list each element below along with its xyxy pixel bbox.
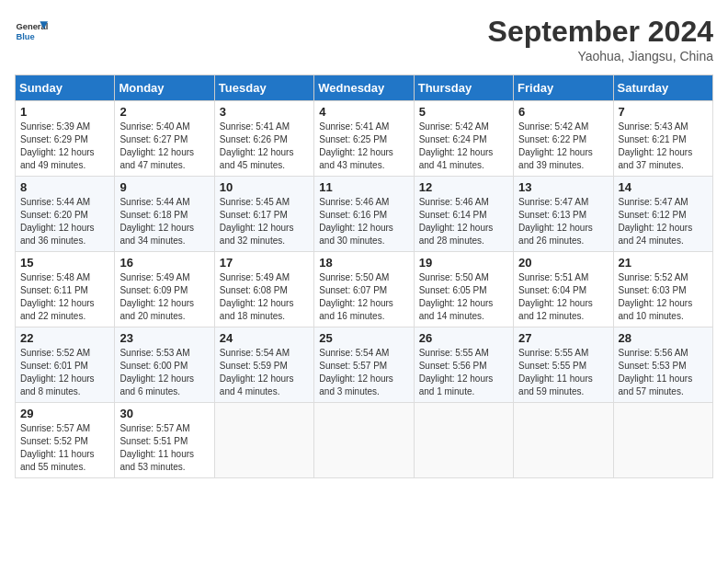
calendar-cell: 28Sunrise: 5:56 AMSunset: 5:53 PMDayligh…	[613, 327, 712, 403]
calendar-cell: 6Sunrise: 5:42 AMSunset: 6:22 PMDaylight…	[514, 101, 613, 177]
calendar-cell: 4Sunrise: 5:41 AMSunset: 6:25 PMDaylight…	[314, 101, 414, 177]
calendar-cell	[214, 403, 313, 478]
day-info: Sunrise: 5:49 AMSunset: 6:09 PMDaylight:…	[119, 271, 209, 323]
calendar-cell: 30Sunrise: 5:57 AMSunset: 5:51 PMDayligh…	[115, 403, 214, 478]
day-info: Sunrise: 5:42 AMSunset: 6:22 PMDaylight:…	[518, 121, 608, 172]
day-number: 23	[119, 331, 209, 345]
day-number: 22	[20, 331, 109, 345]
day-number: 26	[419, 331, 508, 345]
day-number: 19	[419, 256, 508, 270]
day-number: 4	[319, 105, 408, 119]
day-info: Sunrise: 5:57 AMSunset: 5:51 PMDaylight:…	[119, 422, 209, 474]
svg-text:Blue: Blue	[16, 32, 34, 41]
day-number: 18	[319, 256, 408, 270]
col-friday: Friday	[514, 75, 613, 101]
day-info: Sunrise: 5:45 AMSunset: 6:17 PMDaylight:…	[220, 196, 309, 247]
day-number: 15	[20, 256, 109, 270]
calendar-cell: 2Sunrise: 5:40 AMSunset: 6:27 PMDaylight…	[115, 101, 214, 177]
day-info: Sunrise: 5:46 AMSunset: 6:14 PMDaylight:…	[419, 196, 508, 247]
day-number: 21	[619, 256, 708, 270]
calendar-cell: 23Sunrise: 5:53 AMSunset: 6:00 PMDayligh…	[115, 327, 214, 403]
day-info: Sunrise: 5:44 AMSunset: 6:18 PMDaylight:…	[119, 196, 209, 247]
day-number: 12	[419, 180, 508, 194]
col-tuesday: Tuesday	[214, 75, 313, 101]
day-number: 29	[20, 407, 109, 420]
day-number: 1	[20, 105, 109, 119]
calendar-table: Sunday Monday Tuesday Wednesday Thursday…	[15, 75, 713, 478]
col-saturday: Saturday	[613, 75, 712, 101]
calendar-cell: 20Sunrise: 5:51 AMSunset: 6:04 PMDayligh…	[514, 252, 613, 327]
day-number: 5	[419, 105, 508, 119]
calendar-cell: 3Sunrise: 5:41 AMSunset: 6:26 PMDaylight…	[214, 101, 313, 177]
calendar-cell: 8Sunrise: 5:44 AMSunset: 6:20 PMDaylight…	[16, 177, 115, 252]
day-number: 10	[220, 180, 309, 194]
calendar-cell: 21Sunrise: 5:52 AMSunset: 6:03 PMDayligh…	[613, 252, 712, 327]
calendar-header-row: Sunday Monday Tuesday Wednesday Thursday…	[16, 75, 713, 101]
day-number: 24	[220, 331, 309, 345]
day-info: Sunrise: 5:49 AMSunset: 6:08 PMDaylight:…	[220, 271, 309, 323]
day-number: 30	[119, 407, 209, 420]
calendar-cell: 1Sunrise: 5:39 AMSunset: 6:29 PMDaylight…	[16, 101, 115, 177]
day-number: 11	[319, 180, 408, 194]
calendar-cell: 12Sunrise: 5:46 AMSunset: 6:14 PMDayligh…	[414, 177, 513, 252]
day-info: Sunrise: 5:52 AMSunset: 6:03 PMDaylight:…	[619, 271, 708, 323]
calendar-cell: 11Sunrise: 5:46 AMSunset: 6:16 PMDayligh…	[314, 177, 414, 252]
calendar-cell: 9Sunrise: 5:44 AMSunset: 6:18 PMDaylight…	[115, 177, 214, 252]
calendar-cell: 29Sunrise: 5:57 AMSunset: 5:52 PMDayligh…	[16, 403, 115, 478]
day-info: Sunrise: 5:43 AMSunset: 6:21 PMDaylight:…	[619, 121, 708, 172]
day-info: Sunrise: 5:42 AMSunset: 6:24 PMDaylight:…	[419, 121, 508, 172]
location: Yaohua, Jiangsu, China	[488, 49, 713, 63]
day-info: Sunrise: 5:54 AMSunset: 5:57 PMDaylight:…	[319, 347, 408, 398]
day-info: Sunrise: 5:47 AMSunset: 6:13 PMDaylight:…	[518, 196, 608, 247]
calendar-cell: 10Sunrise: 5:45 AMSunset: 6:17 PMDayligh…	[214, 177, 313, 252]
day-number: 20	[518, 256, 608, 270]
day-number: 13	[518, 180, 608, 194]
calendar-cell: 24Sunrise: 5:54 AMSunset: 5:59 PMDayligh…	[214, 327, 313, 403]
logo-icon: General Blue	[15, 15, 48, 48]
day-number: 28	[619, 331, 708, 345]
day-number: 14	[619, 180, 708, 194]
calendar-cell: 25Sunrise: 5:54 AMSunset: 5:57 PMDayligh…	[314, 327, 414, 403]
day-info: Sunrise: 5:46 AMSunset: 6:16 PMDaylight:…	[319, 196, 408, 247]
day-number: 25	[319, 331, 408, 345]
day-info: Sunrise: 5:40 AMSunset: 6:27 PMDaylight:…	[119, 121, 209, 172]
calendar-cell: 7Sunrise: 5:43 AMSunset: 6:21 PMDaylight…	[613, 101, 712, 177]
day-number: 8	[20, 180, 109, 194]
day-info: Sunrise: 5:55 AMSunset: 5:55 PMDaylight:…	[518, 347, 608, 398]
col-thursday: Thursday	[414, 75, 513, 101]
day-info: Sunrise: 5:53 AMSunset: 6:00 PMDaylight:…	[119, 347, 209, 398]
day-info: Sunrise: 5:51 AMSunset: 6:04 PMDaylight:…	[518, 271, 608, 323]
day-number: 2	[119, 105, 209, 119]
calendar-cell	[613, 403, 712, 478]
day-number: 3	[220, 105, 309, 119]
calendar-cell: 5Sunrise: 5:42 AMSunset: 6:24 PMDaylight…	[414, 101, 513, 177]
day-info: Sunrise: 5:41 AMSunset: 6:26 PMDaylight:…	[220, 121, 309, 172]
calendar-week-row: 22Sunrise: 5:52 AMSunset: 6:01 PMDayligh…	[16, 327, 713, 403]
day-info: Sunrise: 5:52 AMSunset: 6:01 PMDaylight:…	[20, 347, 109, 398]
calendar-cell	[514, 403, 613, 478]
day-info: Sunrise: 5:55 AMSunset: 5:56 PMDaylight:…	[419, 347, 508, 398]
col-wednesday: Wednesday	[314, 75, 414, 101]
day-number: 7	[619, 105, 708, 119]
day-info: Sunrise: 5:56 AMSunset: 5:53 PMDaylight:…	[619, 347, 708, 398]
day-number: 17	[220, 256, 309, 270]
calendar-cell: 22Sunrise: 5:52 AMSunset: 6:01 PMDayligh…	[16, 327, 115, 403]
day-info: Sunrise: 5:47 AMSunset: 6:12 PMDaylight:…	[619, 196, 708, 247]
calendar-cell: 17Sunrise: 5:49 AMSunset: 6:08 PMDayligh…	[214, 252, 313, 327]
logo: General Blue	[15, 15, 48, 48]
calendar-cell: 14Sunrise: 5:47 AMSunset: 6:12 PMDayligh…	[613, 177, 712, 252]
day-number: 6	[518, 105, 608, 119]
calendar-cell	[414, 403, 513, 478]
page-header: General Blue September 2024 Yaohua, Jian…	[15, 15, 713, 63]
day-info: Sunrise: 5:54 AMSunset: 5:59 PMDaylight:…	[220, 347, 309, 398]
title-block: September 2024 Yaohua, Jiangsu, China	[488, 15, 713, 63]
calendar-cell: 13Sunrise: 5:47 AMSunset: 6:13 PMDayligh…	[514, 177, 613, 252]
calendar-cell: 26Sunrise: 5:55 AMSunset: 5:56 PMDayligh…	[414, 327, 513, 403]
calendar-week-row: 8Sunrise: 5:44 AMSunset: 6:20 PMDaylight…	[16, 177, 713, 252]
day-info: Sunrise: 5:48 AMSunset: 6:11 PMDaylight:…	[20, 271, 109, 323]
calendar-cell: 15Sunrise: 5:48 AMSunset: 6:11 PMDayligh…	[16, 252, 115, 327]
day-info: Sunrise: 5:41 AMSunset: 6:25 PMDaylight:…	[319, 121, 408, 172]
day-info: Sunrise: 5:39 AMSunset: 6:29 PMDaylight:…	[20, 121, 109, 172]
day-info: Sunrise: 5:57 AMSunset: 5:52 PMDaylight:…	[20, 422, 109, 474]
calendar-week-row: 29Sunrise: 5:57 AMSunset: 5:52 PMDayligh…	[16, 403, 713, 478]
